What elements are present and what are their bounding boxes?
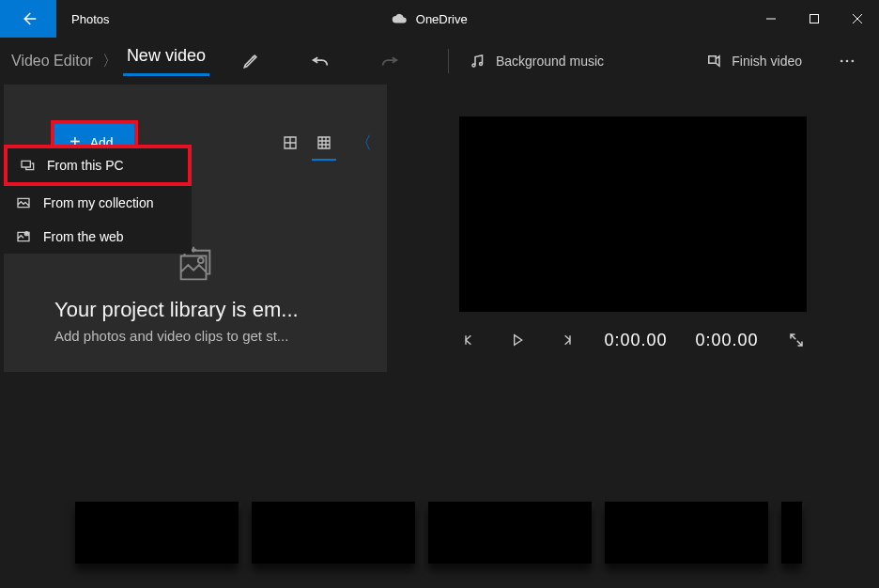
editor-label[interactable]: Video Editor [11,53,93,70]
back-button[interactable] [0,0,56,38]
library-view-toggle: 〈 [274,127,378,159]
more-button[interactable] [826,40,868,82]
web-icon [15,229,32,244]
menu-from-collection[interactable]: From my collection [4,186,192,220]
current-time: 0:00.00 [604,331,667,350]
empty-title: Your project library is em... [54,298,342,322]
video-preview[interactable] [459,116,807,312]
play-button[interactable] [507,329,527,351]
export-icon [705,53,722,70]
grid-3x3-icon [316,135,332,150]
close-button[interactable] [836,0,879,38]
titlebar-center: OneDrive [109,10,749,27]
grid-2x2-icon [283,135,298,150]
titlebar: Photos OneDrive [0,0,879,38]
app-title: Photos [71,12,109,26]
collapse-panel-button[interactable]: 〈 [355,132,372,154]
pencil-icon [241,52,260,70]
svg-point-3 [852,60,855,63]
menu-from-web[interactable]: From the web [4,220,192,254]
minimize-button[interactable] [749,0,793,38]
onedrive-label[interactable]: OneDrive [416,12,468,26]
redo-button[interactable] [369,40,410,82]
menu-from-this-pc-label: From this PC [47,158,124,173]
project-name[interactable]: New video [123,46,209,76]
svg-rect-0 [810,15,819,23]
chevron-right-icon: 〉 [102,52,117,71]
finish-video-label: Finish video [732,54,802,69]
svg-point-1 [840,60,843,63]
finish-video-button[interactable]: Finish video [694,53,813,70]
next-frame-button[interactable] [556,329,576,351]
timeline-clip[interactable] [75,502,239,564]
rename-button[interactable] [230,40,271,82]
grid-small-button[interactable] [308,127,340,159]
pc-icon [19,158,36,173]
undo-button[interactable] [300,40,341,82]
fullscreen-button[interactable] [787,329,807,351]
menu-from-web-label: From the web [43,229,124,244]
timeline[interactable] [0,473,879,588]
add-dropdown-menu: From this PC From my collection From the… [4,145,192,254]
maximize-button[interactable] [793,0,836,38]
toolbar: Video Editor 〉 New video Background musi… [0,38,879,85]
menu-from-collection-label: From my collection [43,195,153,210]
svg-point-2 [846,60,849,63]
background-music-label: Background music [496,54,604,69]
timeline-clip[interactable] [605,502,768,564]
background-music-button[interactable]: Background music [458,53,615,70]
onedrive-icon [392,10,409,27]
playback-controls: 0:00.00 0:00.00 [459,329,807,351]
ellipsis-icon [838,52,856,70]
grid-large-button[interactable] [274,127,306,159]
empty-subtitle: Add photos and video clips to get st... [54,328,342,344]
library-panel: + Add 〈 From this PC Fr [4,85,387,372]
empty-library-text: Your project library is em... Add photos… [4,294,387,372]
preview-panel: 0:00.00 0:00.00 [387,85,879,372]
toolbar-divider [448,49,449,73]
window-controls [749,0,879,38]
timeline-clip[interactable] [781,502,802,564]
total-time: 0:00.00 [695,331,758,350]
undo-icon [310,51,331,71]
timeline-clip[interactable] [428,502,592,564]
back-arrow-icon [20,10,37,27]
breadcrumb: Video Editor 〉 [11,52,117,71]
previous-frame-button[interactable] [459,329,479,351]
collection-icon [15,195,32,210]
redo-icon [379,51,400,71]
timeline-clip[interactable] [252,502,415,564]
menu-from-this-pc[interactable]: From this PC [4,145,192,186]
music-note-icon [470,53,486,70]
content: + Add 〈 From this PC Fr [0,85,879,372]
